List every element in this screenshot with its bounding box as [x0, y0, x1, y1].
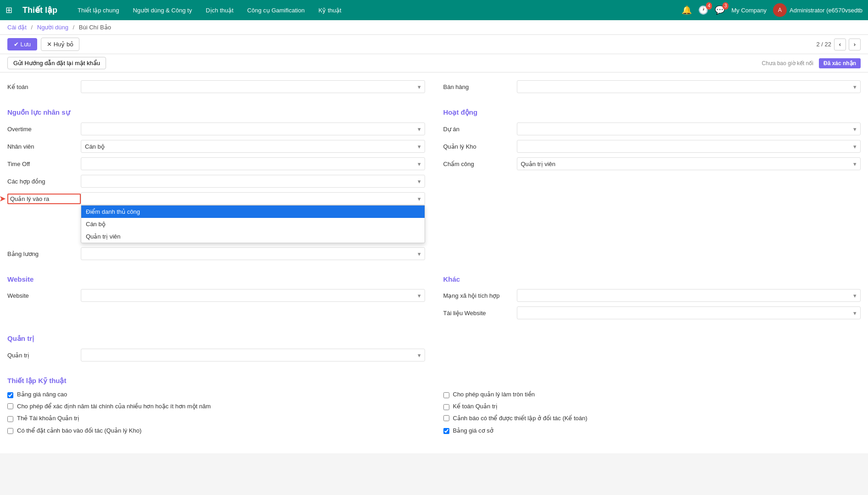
check-lam-tron-tien-input[interactable]	[443, 392, 449, 398]
dropdown-option-can-bo[interactable]: Cán bộ	[81, 218, 425, 230]
nhan-su-hoat-dong-row: Nguồn lực nhân sự Overtime ▾ Nhân viên C…	[7, 108, 861, 264]
hop-dong-select[interactable]: ▾	[81, 175, 425, 188]
khac-title: Khác	[443, 275, 861, 283]
mang-xa-hoi-select[interactable]: ▾	[517, 289, 861, 302]
tai-lieu-website-label: Tài liệu Website	[443, 310, 517, 317]
ban-hang-select[interactable]: ▾	[517, 80, 861, 93]
website-select[interactable]: ▾	[81, 289, 425, 302]
notification-icon[interactable]: 🔔	[682, 5, 692, 15]
dropdown-option-diem-danh[interactable]: Điểm danh thủ công	[81, 206, 425, 218]
nav-item-nguoi-dung[interactable]: Người dùng & Công ty	[130, 5, 195, 16]
ke-toan-col: Kế toán ▾	[7, 80, 425, 97]
nav-item-ky-thuat[interactable]: Kỹ thuật	[316, 5, 344, 16]
quan-ly-vao-ra-select[interactable]: ▾	[81, 192, 425, 205]
tai-lieu-website-field: Tài liệu Website ▾	[443, 306, 861, 320]
app-title: Thiết lập	[22, 5, 57, 15]
ky-thuat-right: Cho phép quản lý làm tròn tiền Kế toán Q…	[443, 390, 861, 439]
breadcrumb-current: Bùi Chí Bảo	[79, 24, 111, 31]
check-canh-bao-doi-tac-kt-input[interactable]	[443, 415, 449, 421]
chevron-down-icon: ▾	[853, 143, 857, 150]
status-area: Chưa bao giờ kết nối Đã xác nhận	[762, 58, 861, 68]
du-an-select[interactable]: ▾	[517, 122, 861, 135]
ban-hang-col: Bán hàng ▾	[443, 80, 861, 97]
app-grid-icon[interactable]: ⊞	[6, 5, 12, 15]
quan-ly-vao-ra-label: Quản lý vào ra	[7, 194, 81, 204]
user-name: Administrator (e6570vsedtb	[790, 7, 862, 14]
check-canh-bao-doi-tac-kt: Cảnh báo có thể được thiết lập ở đối tác…	[443, 414, 861, 423]
check-canh-bao-doi-tac-kho-input[interactable]	[7, 428, 13, 434]
ke-toan-select[interactable]: ▾	[81, 80, 425, 93]
quan-ly-kho-select[interactable]: ▾	[517, 140, 861, 153]
overtime-select[interactable]: ▾	[81, 122, 425, 135]
ban-hang-label: Bán hàng	[443, 83, 517, 90]
send-password-button[interactable]: Gửi Hướng dẫn đặt lại mật khẩu	[7, 57, 106, 69]
time-off-field: Time Off ▾	[7, 157, 425, 171]
overtime-field: Overtime ▾	[7, 122, 425, 136]
chevron-down-icon: ▾	[853, 310, 857, 317]
status-never: Chưa bao giờ kết nối	[762, 60, 813, 67]
ky-thuat-left: Bảng giá nâng cao Cho phép để xác định n…	[7, 390, 425, 439]
pager-next[interactable]: ›	[849, 39, 861, 50]
toolbar: ✔ Lưu ✕ Huỷ bỏ 2 / 22 ‹ ›	[0, 35, 868, 54]
khac-col: Khác Mạng xã hội tích hợp ▾ Tài liệu Web…	[443, 275, 861, 323]
quan-ly-vao-ra-field: ➤ Quản lý vào ra ▾ Điểm danh thủ công Cá…	[7, 192, 425, 206]
arrow-indicator: ➤	[0, 194, 6, 204]
ban-hang-field: Bán hàng ▾	[443, 80, 861, 94]
du-an-label: Dự án	[443, 126, 517, 133]
nav-item-gamification[interactable]: Công cụ Gamification	[245, 5, 308, 16]
ky-thuat-title: Thiết lập Kỹ thuật	[7, 377, 861, 385]
chevron-down-icon: ▾	[418, 83, 421, 90]
chevron-down-icon: ▾	[853, 83, 857, 90]
check-bang-gia-co-so-label: Bảng giá cơ sở	[453, 427, 493, 435]
du-an-field: Dự án ▾	[443, 122, 861, 136]
bang-luong-select[interactable]: ▾	[81, 247, 425, 260]
cham-cong-field: Chấm công Quản trị viên ▾	[443, 157, 861, 171]
bang-luong-label: Bảng lương	[7, 250, 81, 257]
chevron-down-icon: ▾	[418, 250, 421, 257]
check-canh-bao-doi-tac-kho: Có thể đặt cảnh báo vào đối tác (Quản lý…	[7, 427, 425, 435]
mang-xa-hoi-label: Mạng xã hội tích hợp	[443, 292, 517, 299]
quan-tri-label: Quản trị	[7, 352, 81, 359]
website-khac-row: Website Website ▾ Khác Mạng xã hội tích …	[7, 275, 861, 323]
nhan-su-title: Nguồn lực nhân sự	[7, 108, 425, 117]
breadcrumb: Cài đặt / Người dùng / Bùi Chí Bảo	[0, 20, 868, 35]
nav-item-thiet-lap-chung[interactable]: Thiết lập chung	[75, 5, 122, 16]
cancel-button[interactable]: ✕ Huỷ bỏ	[41, 38, 79, 51]
chevron-down-icon: ▾	[853, 161, 857, 167]
ke-toan-label: Kế toán	[7, 83, 81, 90]
dropdown-option-quan-tri-vien[interactable]: Quản trị viên	[81, 230, 425, 243]
check-bang-gia-nang-cao: Bảng giá nâng cao	[7, 390, 425, 399]
check-ke-toan-quan-tri-label: Kế toán Quản trị	[453, 402, 498, 411]
quan-tri-select[interactable]: ▾	[81, 349, 425, 362]
chevron-down-icon: ▾	[418, 178, 421, 185]
save-button[interactable]: ✔ Lưu	[7, 38, 37, 50]
action-bar: Gửi Hướng dẫn đặt lại mật khẩu Chưa bao …	[0, 54, 868, 72]
nhan-vien-field: Nhân viên Cán bộ ▾	[7, 139, 425, 153]
activity-icon[interactable]: 🕐 4	[698, 5, 708, 15]
mang-xa-hoi-field: Mạng xã hội tích hợp ▾	[443, 289, 861, 302]
website-col: Website Website ▾	[7, 275, 425, 323]
avatar: A	[773, 3, 787, 17]
tai-lieu-website-select[interactable]: ▾	[517, 306, 861, 319]
chevron-down-icon: ▾	[418, 352, 421, 359]
check-bang-gia-nang-cao-input[interactable]	[7, 392, 13, 398]
check-bang-gia-co-so-input[interactable]	[443, 428, 449, 434]
nav-item-dich-thuat[interactable]: Dịch thuật	[203, 5, 236, 16]
breadcrumb-nguoi-dung[interactable]: Người dùng	[37, 24, 68, 31]
website-label: Website	[7, 292, 81, 299]
breadcrumb-cai-dat[interactable]: Cài đặt	[7, 24, 27, 31]
time-off-select[interactable]: ▾	[81, 157, 425, 170]
company-name[interactable]: My Company	[731, 7, 767, 14]
check-canh-bao-doi-tac-kho-label: Có thể đặt cảnh báo vào đối tác (Quản lý…	[17, 427, 141, 435]
check-nam-tai-chinh-input[interactable]	[7, 403, 13, 409]
chat-icon[interactable]: 💬 3	[715, 5, 725, 15]
quan-tri-right-col	[443, 334, 861, 366]
nhan-vien-select[interactable]: Cán bộ ▾	[81, 140, 425, 153]
cham-cong-select[interactable]: Quản trị viên ▾	[517, 157, 861, 170]
check-the-tk-quan-tri-input[interactable]	[7, 416, 13, 422]
pager-prev[interactable]: ‹	[834, 39, 846, 50]
nhan-vien-label: Nhân viên	[7, 143, 81, 150]
user-area[interactable]: A Administrator (e6570vsedtb	[773, 3, 862, 17]
cham-cong-label: Chấm công	[443, 161, 517, 167]
check-ke-toan-quan-tri-input[interactable]	[443, 404, 449, 410]
